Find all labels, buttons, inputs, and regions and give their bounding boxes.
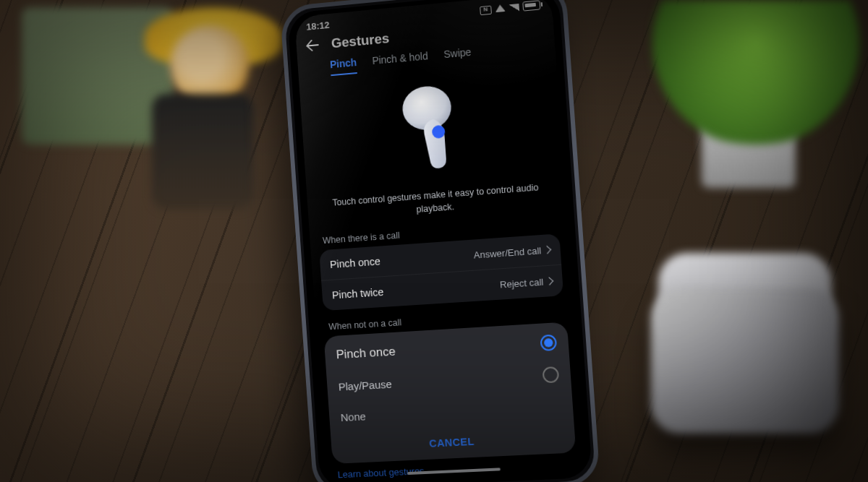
photo-scene: 18:12 N Gestures Pinch Pinch & hold Sw <box>0 0 868 482</box>
vignette <box>0 0 868 482</box>
